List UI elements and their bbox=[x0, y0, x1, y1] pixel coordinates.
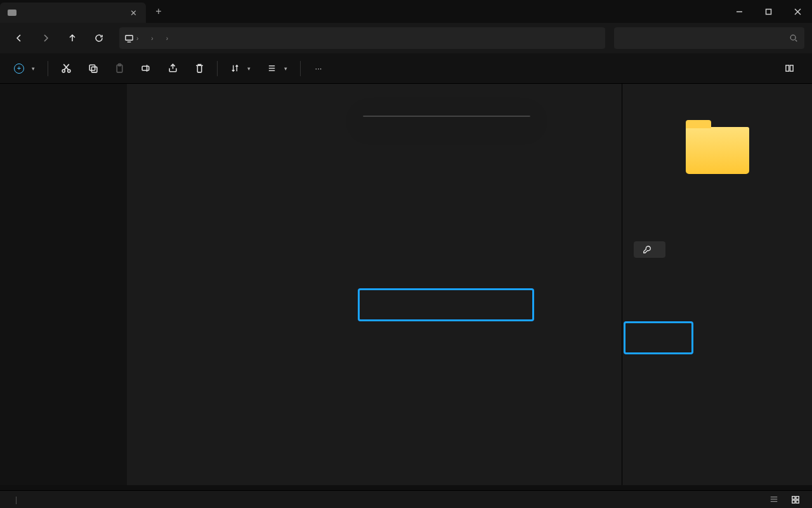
svg-rect-29 bbox=[796, 500, 799, 502]
maximize-button[interactable] bbox=[754, 0, 783, 23]
svg-point-9 bbox=[67, 70, 70, 72]
chevron-right-icon[interactable]: › bbox=[151, 35, 153, 42]
search-input[interactable] bbox=[614, 27, 804, 49]
refresh-button[interactable] bbox=[88, 27, 110, 50]
delete-button[interactable] bbox=[188, 58, 211, 79]
svg-point-6 bbox=[790, 35, 796, 40]
svg-line-10 bbox=[64, 64, 69, 70]
breadcrumb-item[interactable] bbox=[141, 37, 148, 39]
more-button[interactable]: ··· bbox=[307, 58, 330, 79]
view-button[interactable]: ▾ bbox=[261, 58, 294, 79]
svg-line-7 bbox=[796, 40, 797, 42]
breadcrumb-item[interactable] bbox=[156, 37, 164, 39]
svg-rect-1 bbox=[766, 9, 771, 14]
copy-button[interactable] bbox=[81, 58, 104, 79]
search-icon bbox=[789, 34, 798, 43]
properties-button[interactable] bbox=[634, 241, 665, 258]
svg-rect-21 bbox=[786, 65, 789, 71]
close-button[interactable] bbox=[783, 0, 812, 23]
forward-button[interactable] bbox=[34, 27, 57, 50]
tab[interactable]: ✕ bbox=[0, 3, 146, 23]
share-button[interactable] bbox=[161, 58, 184, 79]
back-button[interactable] bbox=[8, 27, 30, 50]
icons-view-button[interactable] bbox=[788, 493, 803, 506]
rename-button[interactable] bbox=[134, 58, 157, 79]
breadcrumb[interactable]: › › › bbox=[119, 27, 605, 49]
titlebar: ✕ + bbox=[0, 0, 812, 23]
statusbar: | bbox=[0, 490, 812, 508]
paste-button[interactable] bbox=[108, 58, 131, 79]
content-area[interactable] bbox=[127, 84, 622, 485]
details-pane bbox=[622, 84, 812, 485]
navbar: › › › bbox=[0, 23, 812, 53]
svg-rect-27 bbox=[796, 496, 799, 498]
drive-icon bbox=[8, 10, 16, 16]
new-button[interactable]: +▾ bbox=[8, 58, 41, 79]
monitor-icon bbox=[124, 34, 134, 43]
svg-rect-13 bbox=[91, 67, 97, 72]
context-menu bbox=[363, 116, 530, 117]
details-view-button[interactable] bbox=[766, 493, 782, 506]
svg-rect-22 bbox=[790, 65, 793, 71]
chevron-right-icon[interactable]: › bbox=[166, 35, 168, 42]
sort-button[interactable]: ▾ bbox=[224, 58, 257, 79]
details-button[interactable] bbox=[778, 58, 804, 79]
svg-rect-28 bbox=[792, 500, 795, 502]
close-tab-icon[interactable]: ✕ bbox=[128, 8, 138, 18]
cut-button[interactable] bbox=[55, 58, 77, 79]
window-controls bbox=[724, 0, 812, 23]
sidebar bbox=[0, 84, 127, 485]
svg-rect-16 bbox=[142, 66, 149, 70]
svg-rect-12 bbox=[89, 65, 95, 70]
svg-rect-26 bbox=[792, 496, 795, 498]
new-tab-button[interactable]: + bbox=[146, 0, 171, 23]
minimize-button[interactable] bbox=[724, 0, 754, 23]
toolbar: +▾ ▾ ▾ ··· bbox=[0, 53, 812, 84]
folder-preview-icon bbox=[686, 127, 749, 174]
up-button[interactable] bbox=[61, 27, 84, 50]
svg-line-11 bbox=[63, 64, 68, 70]
svg-rect-4 bbox=[126, 35, 133, 40]
svg-point-8 bbox=[62, 70, 65, 72]
chevron-right-icon[interactable]: › bbox=[136, 35, 138, 42]
plus-circle-icon: + bbox=[14, 64, 24, 74]
wrench-icon bbox=[643, 245, 652, 254]
